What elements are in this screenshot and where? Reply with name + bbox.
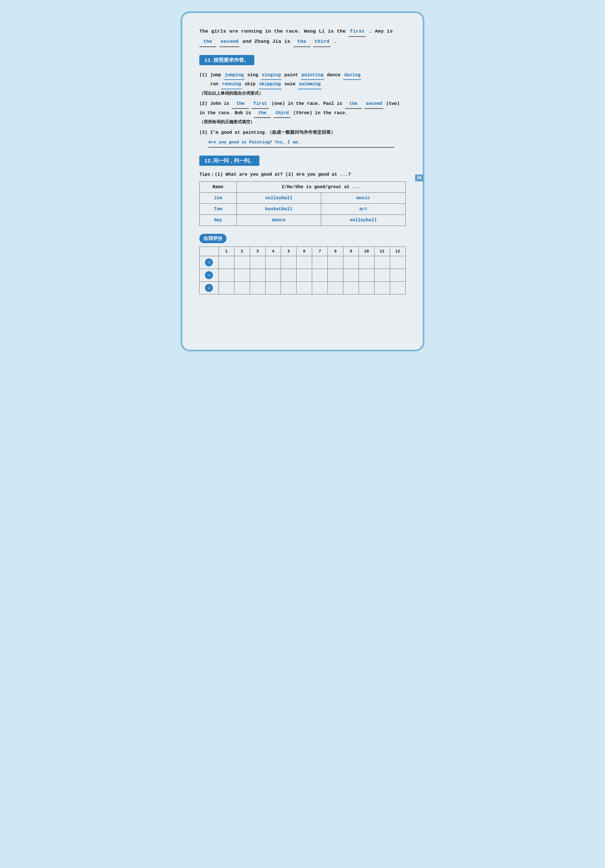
eval-cell[interactable]	[374, 269, 390, 282]
item1-run: run	[199, 82, 221, 87]
item1-ans7: swimming	[298, 80, 321, 89]
item1-skip: skip	[245, 82, 258, 87]
eval-cell[interactable]	[281, 269, 296, 282]
eval-cell[interactable]	[390, 282, 405, 294]
eval-cell[interactable]	[390, 269, 405, 282]
item1-note: （写出以上单词的现在分词形式）	[199, 91, 263, 96]
item1-ans2: singing	[261, 71, 282, 80]
eval-cell[interactable]	[296, 282, 312, 294]
eval-cell[interactable]	[328, 282, 343, 294]
eval-col-8: 8	[328, 247, 343, 256]
eval-cell[interactable]	[296, 256, 312, 269]
eval-col-11: 11	[374, 247, 390, 256]
table-row: Tom basketball art	[200, 204, 406, 215]
eval-cell[interactable]	[328, 269, 343, 282]
item1-number: (1) jump	[199, 73, 224, 78]
eval-cell[interactable]	[234, 282, 250, 294]
eval-cell[interactable]	[281, 256, 296, 269]
eval-col-12: 12	[390, 247, 405, 256]
eval-cell[interactable]	[219, 269, 234, 282]
item2-text5: (three) in the race.	[293, 110, 347, 116]
smiley-icon-1: ☺	[205, 259, 213, 267]
eval-cell[interactable]	[343, 256, 359, 269]
eval-cell[interactable]	[359, 269, 374, 282]
item2-text2: (one) in the race. Paul is	[271, 101, 342, 106]
eval-cell[interactable]	[343, 269, 359, 282]
row-amy-skill1: dance	[236, 215, 321, 226]
blank-first: first	[349, 26, 366, 37]
intro-text-middle1: . Amy is	[369, 29, 392, 34]
eval-col-icon	[200, 247, 219, 256]
eval-cell[interactable]	[312, 256, 328, 269]
eval-col-3: 3	[250, 247, 265, 256]
eval-row-2: ☺	[200, 269, 406, 282]
eval-cell[interactable]	[265, 256, 281, 269]
eval-cell[interactable]	[234, 256, 250, 269]
item1-ans4: dacing	[343, 71, 361, 80]
tips-text: Tips：(1) What are you good at? (2) Are y…	[199, 172, 406, 177]
row-jim-skill2: music	[321, 193, 405, 204]
eval-row-3: ☺	[200, 282, 406, 294]
eval-cell[interactable]	[250, 282, 265, 294]
item2-blank3: the	[345, 99, 362, 108]
exercise-item-2: (2) John is the first (one) in the race.…	[199, 99, 406, 126]
eval-cell[interactable]	[265, 269, 281, 282]
blank-the1: the	[199, 37, 216, 47]
eval-cell[interactable]	[219, 256, 234, 269]
eval-col-6: 6	[296, 247, 312, 256]
section11-header: 11.按照要求作答。	[199, 55, 254, 65]
item2-text3: (two)	[386, 101, 400, 106]
eval-cell[interactable]	[374, 282, 390, 294]
row-amy-name: Amy	[200, 215, 237, 226]
eval-cell[interactable]	[250, 256, 265, 269]
eval-cell[interactable]	[281, 282, 296, 294]
eval-smiley-1: ☺	[200, 256, 219, 269]
row-jim-name: Jim	[200, 193, 237, 204]
eval-col-9: 9	[343, 247, 359, 256]
item2-blank6: third	[274, 109, 291, 118]
eval-cell[interactable]	[390, 256, 405, 269]
item2-text1: (2)	[199, 101, 208, 106]
exercise-item-1: (1) jump jumping sing singing paint pain…	[199, 71, 406, 98]
eval-cell[interactable]	[343, 282, 359, 294]
table-row: Jim volleyball music	[200, 193, 406, 204]
eval-cell[interactable]	[296, 269, 312, 282]
eval-cell[interactable]	[359, 256, 374, 269]
table-header-skills: I/He/She is good/great at ...	[236, 181, 405, 193]
page-container: 39 The girls are running in the race. Wa…	[181, 11, 424, 351]
eval-cell[interactable]	[328, 256, 343, 269]
blank-second: second	[219, 37, 240, 47]
eval-cell[interactable]	[312, 269, 328, 282]
eval-col-1: 1	[219, 247, 234, 256]
page-number: 39	[415, 175, 423, 181]
exercise-item-3: (3) I'm good at painting.（改成一般疑问句并作肯定回答）…	[199, 129, 406, 148]
item1-swim: swim	[284, 82, 298, 87]
row-tom-name: Tom	[200, 204, 237, 215]
eval-table: 1 2 3 4 5 6 7 8 9 10 11 12 ☺	[199, 246, 406, 294]
eval-smiley-3: ☺	[200, 282, 219, 294]
row-jim-skill1: volleyball	[236, 193, 321, 204]
eval-cell[interactable]	[312, 282, 328, 294]
eval-col-5: 5	[281, 247, 296, 256]
eval-cell[interactable]	[234, 269, 250, 282]
eval-col-2: 2	[234, 247, 250, 256]
item3-text1: I'm good at painting.（改成一般疑问句并作肯定回答）	[210, 130, 335, 135]
eval-col-10: 10	[359, 247, 374, 256]
intro-text-before: The girls are running in the race. Wang …	[199, 29, 346, 34]
eval-cell[interactable]	[265, 282, 281, 294]
eval-cell[interactable]	[250, 269, 265, 282]
item1-sing: sing	[247, 73, 261, 78]
eval-cell[interactable]	[219, 282, 234, 294]
self-eval-header: 自我评价	[199, 234, 226, 243]
blank-the2: the	[293, 37, 310, 47]
intro-paragraph: The girls are running in the race. Wang …	[199, 26, 406, 47]
eval-cell[interactable]	[359, 282, 374, 294]
skills-table: Name I/He/She is good/great at ... Jim v…	[199, 181, 406, 226]
row-amy-skill2: volleyball	[321, 215, 405, 226]
item2-john: John is	[210, 101, 232, 106]
blank-third: third	[313, 37, 330, 47]
section12-header: 12.问一问，列一列。	[199, 156, 259, 166]
intro-text-middle2: and Zhang Jia is	[242, 39, 290, 44]
eval-cell[interactable]	[374, 256, 390, 269]
table-row: Amy dance volleyball	[200, 215, 406, 226]
